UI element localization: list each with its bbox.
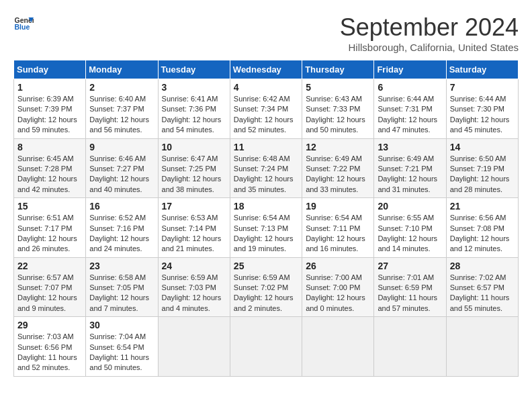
day-number: 30	[89, 320, 154, 330]
day-number: 13	[378, 142, 442, 152]
day-number: 23	[89, 261, 154, 271]
calendar-cell	[230, 317, 302, 377]
day-number: 5	[306, 82, 370, 93]
day-number: 18	[234, 201, 298, 212]
calendar-cell: 5 Sunrise: 6:43 AMSunset: 7:33 PMDayligh…	[302, 79, 374, 139]
calendar-cell: 12 Sunrise: 6:49 AMSunset: 7:22 PMDaylig…	[302, 138, 374, 198]
calendar-cell: 10 Sunrise: 6:47 AMSunset: 7:25 PMDaylig…	[158, 138, 230, 198]
calendar-cell: 13 Sunrise: 6:49 AMSunset: 7:21 PMDaylig…	[374, 138, 446, 198]
weekday-header-sunday: Sunday	[14, 60, 86, 79]
day-info: Sunrise: 6:47 AMSunset: 7:25 PMDaylight:…	[162, 154, 226, 195]
calendar-cell	[158, 317, 230, 377]
calendar-cell: 15 Sunrise: 6:51 AMSunset: 7:17 PMDaylig…	[14, 198, 86, 258]
day-number: 8	[17, 142, 82, 152]
day-info: Sunrise: 6:46 AMSunset: 7:27 PMDaylight:…	[89, 154, 154, 195]
day-number: 29	[17, 320, 82, 330]
day-number: 27	[378, 261, 442, 271]
day-number: 4	[234, 82, 298, 93]
day-info: Sunrise: 6:51 AMSunset: 7:17 PMDaylight:…	[17, 213, 82, 255]
day-info: Sunrise: 7:04 AMSunset: 6:54 PMDaylight:…	[89, 332, 154, 373]
calendar-cell: 25 Sunrise: 6:59 AMSunset: 7:02 PMDaylig…	[230, 257, 302, 317]
calendar-table: SundayMondayTuesdayWednesdayThursdayFrid…	[13, 60, 519, 377]
day-number: 19	[306, 201, 370, 212]
day-number: 12	[306, 142, 370, 152]
day-number: 9	[89, 142, 154, 152]
svg-text:Blue: Blue	[15, 23, 30, 31]
day-number: 25	[234, 261, 298, 271]
day-info: Sunrise: 6:44 AMSunset: 7:30 PMDaylight:…	[450, 94, 515, 136]
day-number: 20	[378, 201, 442, 212]
title-block: September 2024 Hillsborough, California,…	[340, 13, 519, 53]
calendar-week-4: 22 Sunrise: 6:57 AMSunset: 7:07 PMDaylig…	[14, 257, 519, 317]
calendar-cell: 28 Sunrise: 7:02 AMSunset: 6:57 PMDaylig…	[446, 257, 518, 317]
day-number: 28	[450, 261, 515, 271]
day-info: Sunrise: 6:58 AMSunset: 7:05 PMDaylight:…	[89, 273, 154, 314]
day-info: Sunrise: 6:53 AMSunset: 7:14 PMDaylight:…	[162, 213, 226, 255]
month-title: September 2024	[340, 13, 519, 42]
day-info: Sunrise: 7:03 AMSunset: 6:56 PMDaylight:…	[17, 332, 82, 373]
calendar-cell: 20 Sunrise: 6:55 AMSunset: 7:10 PMDaylig…	[374, 198, 446, 258]
calendar-cell: 9 Sunrise: 6:46 AMSunset: 7:27 PMDayligh…	[86, 138, 158, 198]
calendar-cell: 6 Sunrise: 6:44 AMSunset: 7:31 PMDayligh…	[374, 79, 446, 139]
day-info: Sunrise: 6:59 AMSunset: 7:03 PMDaylight:…	[162, 273, 226, 314]
logo-icon: General Blue	[13, 13, 34, 34]
calendar-cell: 4 Sunrise: 6:42 AMSunset: 7:34 PMDayligh…	[230, 79, 302, 139]
day-info: Sunrise: 6:52 AMSunset: 7:16 PMDaylight:…	[89, 213, 154, 255]
weekday-header-thursday: Thursday	[302, 60, 374, 79]
day-number: 6	[378, 82, 442, 93]
weekday-header-monday: Monday	[86, 60, 158, 79]
calendar-cell: 26 Sunrise: 7:00 AMSunset: 7:00 PMDaylig…	[302, 257, 374, 317]
day-info: Sunrise: 6:45 AMSunset: 7:28 PMDaylight:…	[17, 154, 82, 195]
day-number: 15	[17, 201, 82, 212]
day-info: Sunrise: 6:42 AMSunset: 7:34 PMDaylight:…	[234, 94, 298, 136]
calendar-cell: 30 Sunrise: 7:04 AMSunset: 6:54 PMDaylig…	[86, 317, 158, 377]
calendar-cell: 8 Sunrise: 6:45 AMSunset: 7:28 PMDayligh…	[14, 138, 86, 198]
calendar-cell: 1 Sunrise: 6:39 AMSunset: 7:39 PMDayligh…	[14, 79, 86, 139]
day-info: Sunrise: 6:50 AMSunset: 7:19 PMDaylight:…	[450, 154, 515, 195]
day-info: Sunrise: 6:57 AMSunset: 7:07 PMDaylight:…	[17, 273, 82, 314]
calendar-cell	[446, 317, 518, 377]
day-info: Sunrise: 6:40 AMSunset: 7:37 PMDaylight:…	[89, 94, 154, 136]
day-number: 17	[162, 201, 226, 212]
day-info: Sunrise: 7:02 AMSunset: 6:57 PMDaylight:…	[450, 273, 515, 314]
day-info: Sunrise: 7:00 AMSunset: 7:00 PMDaylight:…	[306, 273, 370, 314]
calendar-cell: 14 Sunrise: 6:50 AMSunset: 7:19 PMDaylig…	[446, 138, 518, 198]
calendar-week-2: 8 Sunrise: 6:45 AMSunset: 7:28 PMDayligh…	[14, 138, 519, 198]
day-info: Sunrise: 6:49 AMSunset: 7:21 PMDaylight:…	[378, 154, 442, 195]
calendar-cell: 27 Sunrise: 7:01 AMSunset: 6:59 PMDaylig…	[374, 257, 446, 317]
day-number: 1	[17, 82, 82, 93]
calendar-cell: 17 Sunrise: 6:53 AMSunset: 7:14 PMDaylig…	[158, 198, 230, 258]
calendar-cell	[302, 317, 374, 377]
day-info: Sunrise: 6:43 AMSunset: 7:33 PMDaylight:…	[306, 94, 370, 136]
day-number: 22	[17, 261, 82, 271]
calendar-week-3: 15 Sunrise: 6:51 AMSunset: 7:17 PMDaylig…	[14, 198, 519, 258]
weekday-header-saturday: Saturday	[446, 60, 518, 79]
calendar-cell: 2 Sunrise: 6:40 AMSunset: 7:37 PMDayligh…	[86, 79, 158, 139]
day-info: Sunrise: 6:48 AMSunset: 7:24 PMDaylight:…	[234, 154, 298, 195]
calendar-cell: 18 Sunrise: 6:54 AMSunset: 7:13 PMDaylig…	[230, 198, 302, 258]
day-number: 3	[162, 82, 226, 93]
calendar-cell: 3 Sunrise: 6:41 AMSunset: 7:36 PMDayligh…	[158, 79, 230, 139]
calendar-cell: 7 Sunrise: 6:44 AMSunset: 7:30 PMDayligh…	[446, 79, 518, 139]
page-header: General Blue September 2024 Hillsborough…	[13, 13, 519, 53]
calendar-week-1: 1 Sunrise: 6:39 AMSunset: 7:39 PMDayligh…	[14, 79, 519, 139]
calendar-cell: 11 Sunrise: 6:48 AMSunset: 7:24 PMDaylig…	[230, 138, 302, 198]
day-number: 24	[162, 261, 226, 271]
day-info: Sunrise: 6:59 AMSunset: 7:02 PMDaylight:…	[234, 273, 298, 314]
calendar-week-5: 29 Sunrise: 7:03 AMSunset: 6:56 PMDaylig…	[14, 317, 519, 377]
day-number: 10	[162, 142, 226, 152]
calendar-cell: 16 Sunrise: 6:52 AMSunset: 7:16 PMDaylig…	[86, 198, 158, 258]
day-info: Sunrise: 6:54 AMSunset: 7:11 PMDaylight:…	[306, 213, 370, 255]
calendar-cell: 19 Sunrise: 6:54 AMSunset: 7:11 PMDaylig…	[302, 198, 374, 258]
day-number: 7	[450, 82, 515, 93]
day-info: Sunrise: 7:01 AMSunset: 6:59 PMDaylight:…	[378, 273, 442, 314]
day-number: 2	[89, 82, 154, 93]
day-info: Sunrise: 6:41 AMSunset: 7:36 PMDaylight:…	[162, 94, 226, 136]
weekday-header-tuesday: Tuesday	[158, 60, 230, 79]
day-number: 14	[450, 142, 515, 152]
calendar-cell	[374, 317, 446, 377]
calendar-cell: 24 Sunrise: 6:59 AMSunset: 7:03 PMDaylig…	[158, 257, 230, 317]
logo: General Blue	[13, 13, 34, 34]
weekday-header-wednesday: Wednesday	[230, 60, 302, 79]
day-info: Sunrise: 6:44 AMSunset: 7:31 PMDaylight:…	[378, 94, 442, 136]
